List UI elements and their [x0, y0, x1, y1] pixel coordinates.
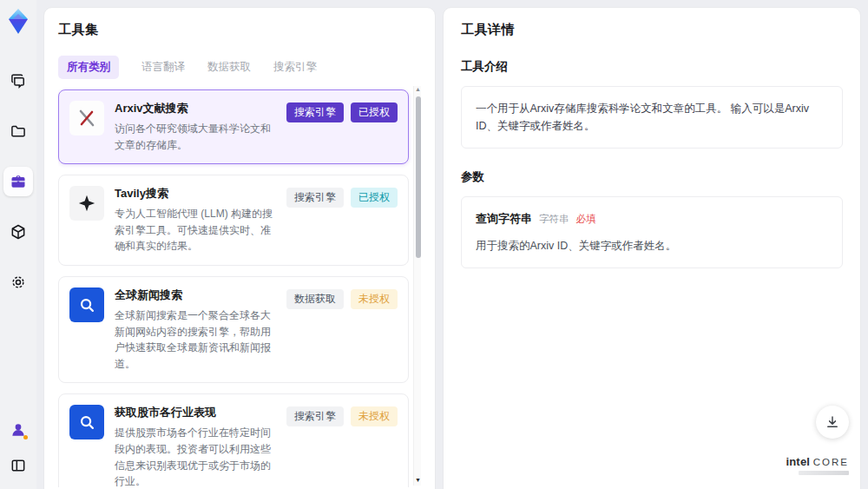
auth-status-badge: 已授权 [351, 188, 398, 208]
tool-name: Arxiv文献搜索 [115, 101, 278, 116]
search-logo-icon [69, 287, 104, 322]
auth-status-badge: 已授权 [351, 102, 398, 122]
brand-intel-text: intel [786, 455, 810, 468]
scroll-up-icon[interactable]: ▲ [414, 86, 422, 93]
briefcase-icon [10, 173, 27, 190]
category-badge: 搜索引擎 [286, 406, 344, 426]
search-logo-icon [69, 405, 104, 439]
tool-list-item[interactable]: Arxiv文献搜索 访问各个研究领域大量科学论文和文章的存储库。 搜索引擎 已授… [58, 89, 409, 164]
panel-toggle-button[interactable] [7, 454, 30, 477]
param-required-badge: 必填 [576, 211, 596, 227]
left-rail [0, 0, 36, 489]
tavily-star-icon [69, 186, 104, 221]
tool-list-item[interactable]: 全球新闻搜索 全球新闻搜索是一个聚合全球各大新闻网站内容的搜索引擎，帮助用户快速… [58, 276, 409, 383]
page-title: 工具集 [58, 22, 421, 38]
app-logo[interactable] [4, 7, 32, 36]
detail-title: 工具详情 [461, 22, 843, 38]
list-scrollbar[interactable]: ▲ ▼ [413, 86, 421, 486]
intro-heading: 工具介绍 [461, 59, 843, 75]
brand-core-text: CORE [813, 457, 849, 467]
tool-list-panel: 工具集 所有类别 语言翻译 数据获取 搜索引擎 Arxiv文献搜索 访问各个研究… [43, 7, 436, 489]
category-tabs: 所有类别 语言翻译 数据获取 搜索引擎 [58, 56, 421, 79]
intel-core-logo: intel CORE [786, 455, 849, 475]
download-button[interactable] [816, 406, 849, 439]
tool-name: Tavily搜索 [115, 186, 278, 202]
arxiv-logo-icon [69, 101, 104, 135]
auth-status-badge: 未授权 [351, 289, 398, 309]
chat-icon [10, 72, 27, 89]
category-tab-0[interactable]: 所有类别 [58, 56, 119, 79]
brand-subline [799, 471, 849, 475]
auth-status-badge: 未授权 [351, 406, 398, 426]
gear-icon [10, 274, 27, 291]
sidebar-item-tools[interactable] [3, 167, 33, 196]
folder-icon [10, 122, 27, 140]
cube-icon [10, 223, 27, 241]
tool-list: Arxiv文献搜索 访问各个研究领域大量科学论文和文章的存储库。 搜索引擎 已授… [58, 89, 421, 487]
tool-description: 访问各个研究领域大量科学论文和文章的存储库。 [115, 121, 278, 153]
tool-list-item[interactable]: Tavily搜索 专为人工智能代理 (LLM) 构建的搜索引擎工具。可快速提供实… [58, 175, 409, 266]
sidebar-item-settings[interactable] [3, 268, 33, 297]
category-badge: 搜索引擎 [286, 102, 344, 122]
category-tab-1[interactable]: 语言翻译 [141, 60, 185, 75]
tool-detail-panel: 工具详情 工具介绍 一个用于从Arxiv存储库搜索科学论文和文章的工具。 输入可… [443, 7, 861, 489]
sidebar-item-packages[interactable] [3, 217, 33, 247]
params-heading: 参数 [461, 169, 843, 185]
param-type: 字符串 [539, 211, 569, 227]
user-avatar[interactable] [8, 420, 29, 440]
tool-description: 全球新闻搜索是一个聚合全球各大新闻网站内容的搜索引擎，帮助用户快速获取全球最新资… [115, 307, 278, 372]
sidebar-item-files[interactable] [3, 116, 33, 146]
param-description: 用于搜索的Arxiv ID、关键字或作者姓名。 [476, 237, 828, 254]
tool-name: 全球新闻搜索 [115, 287, 278, 303]
sidebar-item-chat[interactable] [3, 66, 33, 96]
intro-box: 一个用于从Arxiv存储库搜索科学论文和文章的工具。 输入可以是Arxiv ID… [461, 86, 843, 149]
panel-toggle-icon [10, 457, 27, 474]
category-badge: 数据获取 [286, 289, 344, 309]
tool-list-item[interactable]: 获取股市各行业表现 提供股票市场各个行业在特定时间段内的表现。投资者可以利用这些… [58, 393, 409, 487]
tool-description: 专为人工智能代理 (LLM) 构建的搜索引擎工具。可快速提供实时、准确和真实的结… [115, 206, 278, 254]
category-tab-3[interactable]: 搜索引擎 [273, 60, 317, 75]
tool-description: 提供股票市场各个行业在特定时间段内的表现。投资者可以利用这些信息来识别表现优于或… [115, 425, 278, 487]
scrollbar-thumb[interactable] [416, 96, 421, 258]
tool-name: 获取股市各行业表现 [115, 405, 278, 420]
param-name: 查询字符串 [476, 210, 532, 228]
download-icon [825, 414, 840, 430]
status-dot [23, 435, 28, 439]
param-box: 查询字符串 字符串 必填 用于搜索的Arxiv ID、关键字或作者姓名。 [461, 196, 843, 268]
scroll-down-icon[interactable]: ▼ [414, 477, 422, 484]
category-badge: 搜索引擎 [286, 188, 344, 208]
intro-text: 一个用于从Arxiv存储库搜索科学论文和文章的工具。 输入可以是Arxiv ID… [476, 102, 809, 132]
category-tab-2[interactable]: 数据获取 [207, 60, 251, 75]
